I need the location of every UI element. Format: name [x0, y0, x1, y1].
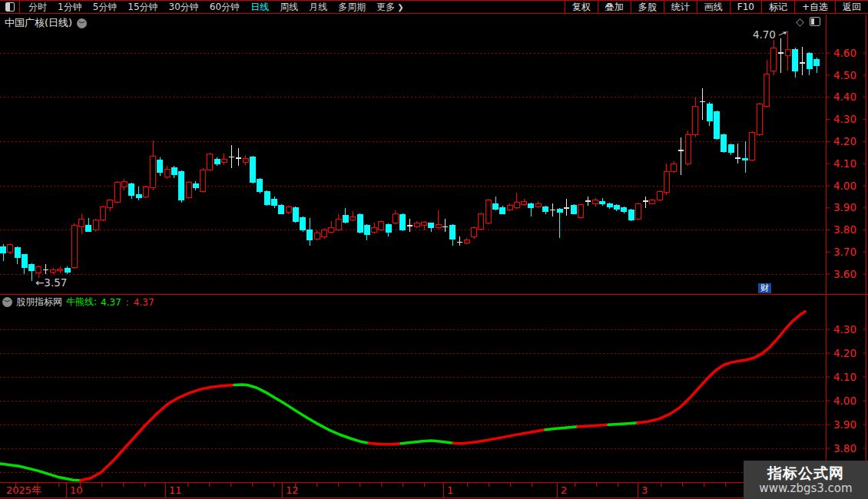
- bull-bear-line-segment: [81, 385, 234, 481]
- indicator-name-label: 牛熊线:: [66, 296, 97, 309]
- button-统计[interactable]: 统计: [664, 1, 697, 13]
- candle-body: [129, 183, 134, 196]
- axis-label: 4.20: [833, 347, 856, 359]
- indicator-chevron-down-icon[interactable]: ﹀: [2, 297, 12, 307]
- candle-body: [264, 191, 270, 204]
- candle-body: [143, 187, 148, 197]
- axis-label: 3.90: [833, 418, 856, 431]
- candle-body: [628, 210, 634, 220]
- button-+自选[interactable]: +自选: [794, 1, 835, 13]
- candle-body: [429, 223, 434, 228]
- diamond-icon[interactable]: ◇: [796, 16, 804, 27]
- button-返回[interactable]: 返回: [835, 1, 868, 13]
- candle-body: [29, 264, 35, 271]
- candle-body: [600, 201, 605, 203]
- candle-body: [343, 216, 348, 223]
- candle-body: [71, 226, 77, 268]
- bull-bear-line-segment: [545, 427, 578, 430]
- button-F10[interactable]: F10: [730, 1, 761, 13]
- tab-日线[interactable]: 日线: [245, 1, 274, 14]
- candle-body: [93, 220, 98, 230]
- axis-label: 10: [70, 484, 83, 496]
- candle-body: [114, 183, 120, 203]
- candle-body: [108, 200, 113, 208]
- candle-body: [1, 246, 6, 253]
- watermark: 指标公式网 www.zbgs3.com: [744, 461, 868, 499]
- candle-body: [528, 203, 534, 208]
- tab-1分钟[interactable]: 1分钟: [52, 1, 88, 14]
- window-icon[interactable]: [810, 17, 820, 26]
- axis-label: 3.90: [833, 201, 856, 213]
- axis-label: 4.40: [833, 91, 856, 103]
- top-toolbar: 分时1分钟5分钟15分钟30分钟60分钟日线周线月线多周期更多❯ 复权叠加多股统…: [0, 0, 868, 14]
- tab-分时[interactable]: 分时: [23, 1, 52, 14]
- tab-多周期[interactable]: 多周期: [333, 1, 371, 14]
- finance-badge[interactable]: 财: [758, 283, 771, 293]
- candle-body: [464, 240, 469, 243]
- candle-body: [422, 223, 427, 226]
- candle-body: [279, 206, 284, 213]
- more-arrow-icon: ❯: [397, 3, 403, 12]
- candle-body: [707, 104, 712, 121]
- bull-bear-line-segment: [578, 425, 608, 427]
- button-叠加[interactable]: 叠加: [598, 1, 631, 13]
- candle-body: [814, 60, 820, 65]
- candle-body: [514, 203, 519, 208]
- candle-body: [607, 203, 612, 207]
- candle-body: [65, 268, 70, 272]
- candle-body: [286, 207, 291, 212]
- candle-body: [593, 200, 598, 203]
- candle-body: [22, 254, 27, 267]
- candle-body: [386, 224, 391, 232]
- candle-body: [693, 106, 698, 134]
- button-复权[interactable]: 复权: [565, 1, 598, 13]
- tab-30分钟[interactable]: 30分钟: [164, 1, 204, 14]
- bull-bear-line-segment: [608, 423, 638, 425]
- indicator-value-separator: :: [126, 297, 129, 308]
- tab-更多[interactable]: 更多: [371, 1, 400, 14]
- candle-body: [307, 230, 313, 240]
- candle-body: [186, 183, 191, 198]
- button-画线[interactable]: 画线: [697, 1, 730, 13]
- tab-5分钟[interactable]: 5分钟: [88, 1, 123, 14]
- tab-周线[interactable]: 周线: [274, 1, 303, 14]
- candle-body: [671, 164, 677, 171]
- candle-body: [721, 135, 727, 152]
- candle-body: [101, 207, 106, 220]
- chevron-down-icon[interactable]: ﹀: [77, 18, 87, 28]
- candle-body: [557, 209, 562, 212]
- bull-bear-line-segment: [369, 443, 401, 444]
- candle-body: [372, 228, 377, 233]
- candle-body: [685, 135, 691, 164]
- candle-body: [522, 201, 527, 204]
- candle-body: [193, 183, 198, 188]
- indicator-value-green: 4.37: [101, 297, 121, 308]
- candle-body: [336, 219, 341, 230]
- axis-label: 2025年: [6, 484, 41, 496]
- candle-body: [293, 208, 298, 221]
- candle-body: [571, 206, 577, 213]
- axis-label: 4.00: [833, 180, 856, 192]
- button-多股[interactable]: 多股: [631, 1, 664, 13]
- candle-body: [179, 171, 184, 200]
- tab-60分钟[interactable]: 60分钟: [204, 1, 245, 14]
- candle-body: [472, 228, 477, 237]
- axis-label: 3.80: [833, 442, 856, 454]
- candle-body: [272, 199, 277, 206]
- tab-15分钟[interactable]: 15分钟: [122, 1, 163, 14]
- candle-body: [500, 208, 505, 213]
- candle-body: [750, 133, 755, 160]
- axis-label: 4.10: [833, 157, 856, 170]
- candle-body: [86, 226, 91, 231]
- candle-body: [507, 206, 512, 210]
- axis-label: 4.00: [833, 395, 856, 407]
- button-标记[interactable]: 标记: [761, 1, 794, 13]
- axis-label: 12: [286, 484, 299, 496]
- tab-月线[interactable]: 月线: [303, 1, 333, 14]
- candle-body: [79, 219, 84, 226]
- candle-body: [171, 168, 177, 175]
- layout-icon[interactable]: [0, 1, 20, 13]
- chart-canvas[interactable]: 4.604.504.404.304.204.104.003.903.803.70…: [0, 0, 868, 499]
- candle-body: [250, 157, 256, 183]
- bull-bear-line-segment: [453, 430, 545, 444]
